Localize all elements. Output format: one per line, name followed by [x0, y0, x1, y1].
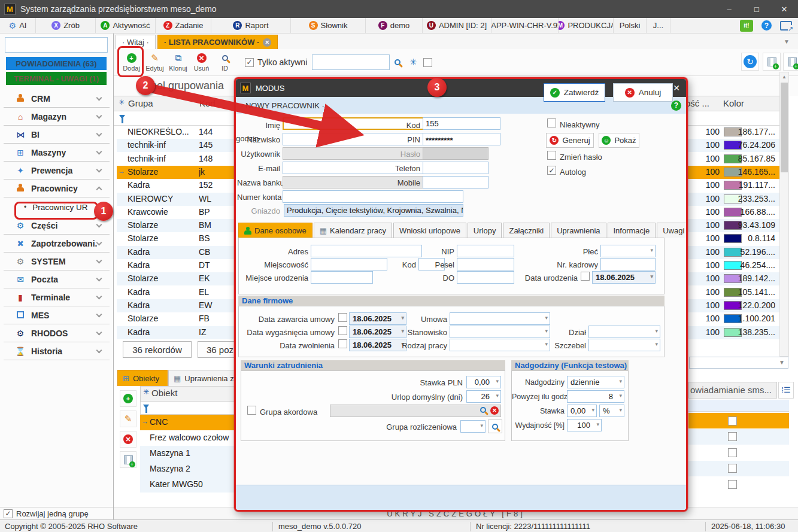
sms-column-header[interactable]: owiadamianie sms... [688, 382, 777, 399]
tab-uprawnienia[interactable]: Uprawnienia [551, 223, 606, 238]
miejsce-urodzenia-field[interactable] [311, 271, 373, 284]
app-tab-2[interactable]: XZrób [36, 18, 96, 33]
anuluj-button[interactable]: ✕ Anuluj [613, 83, 673, 102]
sms-checkbox[interactable] [728, 480, 737, 489]
dialog-close-icon[interactable]: ✕ [673, 83, 680, 93]
column-header-kolor[interactable]: Kolor [723, 98, 744, 108]
sms-checkbox[interactable] [728, 432, 737, 441]
sms-row[interactable] [688, 476, 789, 492]
sidebar-search-input[interactable] [5, 37, 108, 53]
data-zwolnienia-checkbox[interactable] [338, 339, 347, 348]
sms-checkbox[interactable] [728, 448, 737, 457]
app-tab-4[interactable]: ZZadanie [156, 18, 211, 33]
sms-row[interactable] [688, 461, 789, 476]
mobile-field[interactable] [423, 176, 488, 189]
sms-row[interactable] [688, 445, 789, 460]
zmien-haslo-checkbox[interactable] [547, 151, 556, 160]
urlop-domyslny-dropdown[interactable]: 26 [466, 390, 501, 403]
stawka-pln-dropdown[interactable]: 0,00 [466, 376, 501, 388]
app-tab-10[interactable]: MPRODUKCJA [559, 18, 614, 33]
data-zawarcia-dropdown[interactable]: 18.06.2025 [349, 312, 406, 325]
wydajnosc-dropdown[interactable]: 100 [567, 419, 602, 431]
tab-wnioski-urlopowe[interactable]: Wnioski urlopowe [393, 223, 466, 238]
only-active-option[interactable]: Tylko aktywni [245, 57, 307, 67]
usun-button[interactable]: ✕ Usuń [190, 50, 213, 75]
tab-informacje[interactable]: Informacje [608, 223, 656, 238]
grupa-rozliczeniowa-lookup-button[interactable] [488, 419, 502, 433]
app-tab-3[interactable]: AAktywność [96, 18, 156, 33]
grid-scrollbar[interactable]: ▲ [779, 72, 789, 357]
tab-list-caret-icon[interactable]: ▼ [784, 38, 790, 45]
edytuj-button[interactable]: ✎ Edytuj [143, 50, 166, 75]
refresh-button[interactable]: ↻ [741, 53, 759, 71]
nadgodziny-dropdown[interactable]: dziennie [567, 376, 624, 388]
column-header-grupa[interactable]: Grupa [128, 98, 153, 108]
pesel-field[interactable] [457, 258, 514, 270]
close-button[interactable]: ✕ [770, 0, 798, 18]
sidebar-item-pracownicy[interactable]: Pracownicy [4, 180, 110, 197]
klonuj-button[interactable]: ⧉ Klonuj [166, 50, 190, 75]
object-row[interactable]: Maszyna 2 [140, 461, 239, 477]
sidebar-item-poczta[interactable]: ✉Poczta [4, 270, 110, 288]
plec-dropdown[interactable] [600, 245, 656, 257]
sms-checkbox[interactable] [728, 417, 737, 425]
column-header-wydajnosc[interactable]: ość ... [685, 98, 709, 108]
app-tab-5[interactable]: RRaport [211, 18, 291, 33]
add-column-button-2[interactable] [783, 53, 798, 71]
sidebar-item-system[interactable]: ⚙SYSTEM [4, 253, 110, 270]
extra-filter-checkbox[interactable] [423, 58, 432, 67]
data-wygasniecia-checkbox[interactable] [338, 326, 347, 335]
powyzej-dropdown[interactable]: 8 [567, 390, 624, 403]
data-urodzenia-checkbox[interactable] [581, 272, 590, 281]
notifications-banner[interactable]: POWIADOMIENIA (63) [6, 57, 107, 70]
sidebar-item-zapotrzebowani-[interactable]: ✖Zapotrzebowani... [4, 235, 110, 253]
sms-filter-row[interactable] [688, 400, 789, 412]
lookup-icon[interactable] [480, 407, 486, 413]
tab-lista-pracownikow[interactable]: · LISTA PRACOWNIKÓW · ✕ [157, 35, 278, 49]
nieaktywny-checkbox[interactable] [547, 118, 556, 127]
sms-row[interactable] [688, 413, 789, 428]
clear-icon[interactable]: ✕ [490, 406, 499, 415]
maximize-button[interactable]: □ [743, 0, 770, 18]
sidebar-item-crm[interactable]: CRM [4, 90, 110, 108]
adres-field[interactable] [311, 245, 422, 257]
column-header-kod[interactable]: Kod [199, 98, 216, 108]
object-add-column-button[interactable] [120, 451, 136, 468]
object-row[interactable]: →CNC [140, 415, 239, 430]
object-row[interactable]: Kater MWG50 [140, 477, 239, 493]
sidebar-item-mes[interactable]: MES [4, 306, 110, 324]
grupa-akordowa-field[interactable]: ✕ [330, 405, 501, 417]
numer-konta-field[interactable] [283, 190, 463, 203]
miejscowosc-field[interactable] [311, 258, 387, 270]
tab-kalendarz-pracy[interactable]: ▦Kalendarz pracy [314, 223, 392, 238]
dzial-dropdown[interactable] [588, 326, 660, 338]
object-row[interactable]: Frez walcowo czołow [140, 430, 239, 446]
data-wygasniecia-dropdown[interactable]: 18.06.2025 [349, 326, 406, 338]
minimize-button[interactable]: – [715, 0, 743, 18]
tab-dane-osobowe[interactable]: Dane osobowe [238, 223, 312, 238]
terminal-banner[interactable]: TERMINAL - UWAGI (1) [6, 72, 107, 85]
app-tab-8[interactable]: UADMIN [ID: 2] [423, 18, 491, 33]
pin-field[interactable]: ********* [423, 133, 500, 145]
sidebar-item-rhodos[interactable]: ⚙RHODOS [4, 324, 110, 342]
share-screen-icon[interactable] [780, 21, 792, 31]
help-icon[interactable]: ? [761, 20, 772, 31]
scroll-up-icon[interactable]: ▲ [780, 73, 788, 81]
tab-zalaczniki[interactable]: Załączniki [503, 223, 550, 238]
object-row[interactable]: Maszyna 1 [140, 446, 239, 461]
add-column-button-1[interactable] [763, 53, 781, 71]
sms-checkbox[interactable] [728, 464, 737, 473]
data-urodzenia-dropdown[interactable]: 18.06.2025 [592, 271, 656, 284]
list-settings-icon[interactable]: ⁞☰ [778, 382, 794, 399]
right-combo-row[interactable]: ▼ [689, 357, 788, 369]
expand-one-group-option[interactable]: Rozwijaj jedną grupę [0, 507, 113, 519]
only-active-checkbox[interactable] [245, 58, 254, 67]
app-tab-11[interactable]: Polski [614, 18, 647, 33]
pokaz-button[interactable]: ☺ Pokaż [599, 133, 639, 148]
object-delete-button[interactable]: ✕ [120, 431, 136, 448]
umowa-dropdown[interactable] [450, 312, 550, 325]
object-add-button[interactable]: + [120, 390, 136, 407]
tab-obiekty[interactable]: ⊞ Obiekty [117, 370, 168, 386]
sidebar-item-maszyny[interactable]: ⊞Maszyny [4, 144, 110, 162]
app-tab-7[interactable]: Fdemo [366, 18, 423, 33]
